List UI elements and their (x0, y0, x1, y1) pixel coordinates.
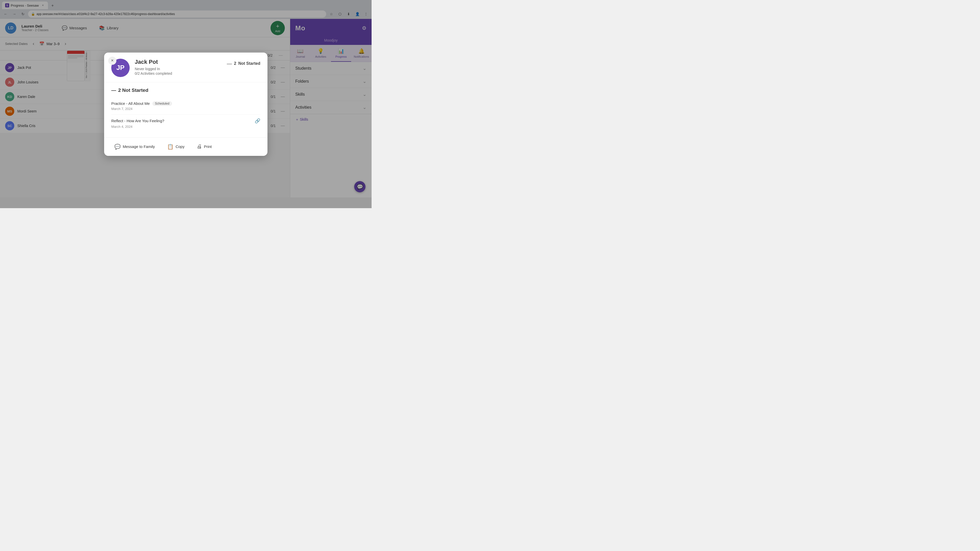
modal-user-status: Never logged In (135, 67, 222, 71)
modal-header: JP Jack Pot Never logged In 0/2 Activiti… (104, 52, 267, 83)
print-button[interactable]: 🖨 Print (194, 141, 215, 151)
message-to-family-button[interactable]: 💬 Message to Family (111, 141, 158, 152)
modal-user-info: Jack Pot Never logged In 0/2 Activities … (135, 59, 222, 76)
activity-date: March 7, 2024 (111, 107, 260, 111)
section-dash: — (111, 87, 116, 93)
copy-button[interactable]: 📋 Copy (164, 141, 188, 152)
copy-icon: 📋 (167, 144, 173, 150)
message-icon: 💬 (115, 144, 121, 150)
activity-name: Practice - All About Me (111, 101, 150, 106)
not-started-count: 2 (234, 61, 236, 66)
print-label: Print (204, 144, 212, 149)
copy-label: Copy (176, 144, 185, 149)
activity-top: Practice - All About Me Scheduled (111, 101, 260, 106)
activity-scheduled-badge: Scheduled (152, 101, 172, 106)
modal-body: — 2 Not Started Practice - All About Me … (104, 83, 267, 137)
modal-user-name: Jack Pot (135, 59, 222, 65)
modal-user-progress: 0/2 Activities completed (135, 71, 222, 76)
modal: × JP Jack Pot Never logged In 0/2 Activi… (104, 52, 267, 156)
activity-top: Reflect - How Are You Feeling? 🔗 (111, 118, 260, 124)
activity-name: Reflect - How Are You Feeling? (111, 119, 164, 123)
list-item: Reflect - How Are You Feeling? 🔗 March 4… (111, 114, 260, 132)
not-started-badge: — 2 Not Started (227, 59, 260, 67)
dash-icon: — (227, 61, 232, 67)
list-item: Practice - All About Me Scheduled March … (111, 98, 260, 114)
modal-overlay[interactable]: × JP Jack Pot Never logged In 0/2 Activi… (0, 0, 372, 208)
not-started-label: Not Started (239, 61, 260, 66)
link-icon[interactable]: 🔗 (255, 118, 260, 124)
modal-footer: 💬 Message to Family 📋 Copy 🖨 Print (104, 137, 267, 156)
section-title-text: 2 Not Started (118, 87, 148, 93)
section-title: — 2 Not Started (111, 87, 260, 93)
print-icon: 🖨 (197, 144, 202, 149)
activity-date: March 4, 2024 (111, 125, 260, 129)
message-to-family-label: Message to Family (123, 144, 155, 149)
modal-close-button[interactable]: × (108, 57, 116, 65)
